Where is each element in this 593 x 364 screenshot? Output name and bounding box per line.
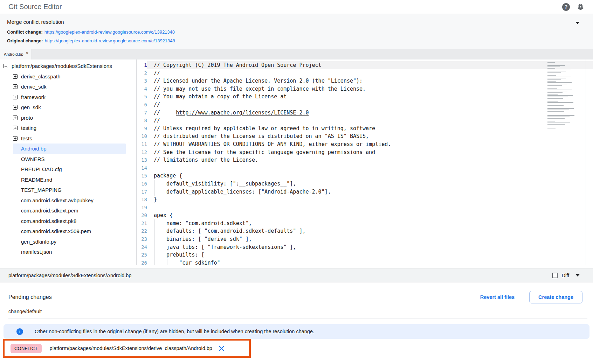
code-line[interactable]: 9// Unless required by applicable law or… bbox=[137, 125, 593, 133]
tree-folder-proto[interactable]: proto bbox=[0, 113, 136, 123]
tree-file-com.android.sdkext.avbpubkey[interactable]: com.android.sdkext.avbpubkey bbox=[13, 195, 126, 206]
line-number: 1 bbox=[137, 61, 147, 69]
tree-folder-framework[interactable]: framework bbox=[0, 92, 136, 103]
tree-item-root[interactable]: platform/packages/modules/SdkExtensions bbox=[0, 61, 136, 71]
code-line[interactable]: 6// bbox=[137, 101, 593, 109]
tree-item-label: PREUPLOAD.cfg bbox=[21, 166, 62, 172]
expand-icon[interactable] bbox=[13, 115, 18, 120]
code-line[interactable]: 7// http://www.apache.org/licenses/LICEN… bbox=[137, 109, 593, 117]
tree-file-com.android.sdkext.pem[interactable]: com.android.sdkext.pem bbox=[13, 205, 126, 216]
expand-icon[interactable] bbox=[13, 136, 18, 141]
info-icon: i bbox=[16, 328, 23, 335]
line-number: 25 bbox=[137, 251, 147, 259]
tree-folder-derive_sdk[interactable]: derive_sdk bbox=[0, 82, 136, 92]
app-header: Git Source Editor ? bbox=[0, 0, 593, 14]
tree-file-PREUPLOAD.cfg[interactable]: PREUPLOAD.cfg bbox=[13, 164, 126, 175]
tree-item-label: derive_classpath bbox=[21, 74, 61, 79]
code-line[interactable]: 19 bbox=[137, 204, 593, 212]
code-text: // WITHOUT WARRANTIES OR CONDITIONS OF A… bbox=[147, 140, 593, 148]
code-line[interactable]: 1// Copyright (C) 2019 The Android Open … bbox=[137, 61, 593, 69]
expand-icon[interactable] bbox=[13, 105, 18, 110]
expand-icon[interactable] bbox=[13, 95, 18, 99]
conflict-change-link[interactable]: https://googleplex-android-review.google… bbox=[44, 29, 175, 35]
code-line[interactable]: 8// bbox=[137, 117, 593, 125]
minimap-line bbox=[547, 82, 572, 83]
code-line[interactable]: 20apex { bbox=[137, 211, 593, 219]
minimap-line bbox=[547, 84, 567, 85]
code-text: package { bbox=[147, 172, 593, 180]
code-line[interactable]: 12// See the License for the specific la… bbox=[137, 148, 593, 156]
minimap-line bbox=[547, 75, 556, 76]
code-line[interactable]: 17 default_applicable_licenses: ["Androi… bbox=[137, 188, 593, 196]
code-line[interactable]: 22 defaults: [ "com.android.sdkext-defau… bbox=[137, 227, 593, 235]
create-change-button[interactable]: Create change bbox=[529, 291, 582, 303]
conflict-close-icon[interactable] bbox=[219, 345, 225, 351]
help-icon[interactable]: ? bbox=[562, 3, 570, 11]
tab-close-icon[interactable]: × bbox=[26, 51, 29, 55]
code-line[interactable]: 21 name: "com.android.sdkext", bbox=[137, 219, 593, 227]
code-line[interactable]: 3// Licensed under the Apache License, V… bbox=[137, 77, 593, 85]
line-number: 9 bbox=[137, 125, 147, 133]
tree-item-label: gen_sdkinfo.py bbox=[21, 239, 56, 245]
minimap-line bbox=[547, 97, 568, 97]
original-change-link[interactable]: https://googleplex-android-review.google… bbox=[45, 38, 175, 43]
code-line[interactable]: 14 bbox=[137, 164, 593, 172]
tree-file-TEST_MAPPING[interactable]: TEST_MAPPING bbox=[13, 185, 126, 195]
code-editor[interactable]: 1// Copyright (C) 2019 The Android Open … bbox=[137, 59, 593, 265]
code-text: binaries: [ "derive_sdk" ], bbox=[147, 235, 593, 243]
code-line[interactable]: 13// limitations under the License. bbox=[137, 156, 593, 164]
line-number: 5 bbox=[137, 93, 147, 101]
line-number: 11 bbox=[137, 140, 147, 148]
expand-icon[interactable] bbox=[13, 84, 18, 89]
minimap-line bbox=[547, 72, 561, 73]
code-text: // limitations under the License. bbox=[147, 156, 593, 164]
code-line[interactable]: 16 default_visibility: [":__subpackages_… bbox=[137, 180, 593, 188]
tree-file-com.android.sdkext.x509.pem[interactable]: com.android.sdkext.x509.pem bbox=[13, 226, 126, 237]
tree-folder-gen_sdk[interactable]: gen_sdk bbox=[0, 102, 136, 113]
diff-caret-icon[interactable] bbox=[575, 274, 580, 276]
editor-scrollbar-track[interactable] bbox=[586, 59, 586, 265]
tree-folder-testing[interactable]: testing bbox=[0, 123, 136, 133]
code-text bbox=[147, 164, 593, 172]
code-text: // http://www.apache.org/licenses/LICENS… bbox=[147, 109, 593, 117]
code-line[interactable]: 25 prebuilts: [ bbox=[137, 251, 593, 259]
code-line[interactable]: 26 "cur_sdkinfo" bbox=[137, 259, 593, 265]
line-number: 17 bbox=[137, 188, 147, 196]
tree-file-com.android.sdkext.pk8[interactable]: com.android.sdkext.pk8 bbox=[13, 216, 126, 226]
tab-android-bp[interactable]: Android.bp × bbox=[0, 49, 32, 59]
line-number: 18 bbox=[137, 196, 147, 204]
expand-icon[interactable] bbox=[13, 126, 18, 130]
collapse-icon[interactable] bbox=[4, 64, 8, 68]
expand-icon[interactable] bbox=[13, 74, 18, 79]
tree-file-gen_sdkinfo.py[interactable]: gen_sdkinfo.py bbox=[13, 237, 126, 247]
tree-file-Android.bp[interactable]: Android.bp bbox=[13, 144, 126, 154]
line-number: 19 bbox=[137, 204, 147, 212]
tree-folder-tests[interactable]: tests bbox=[0, 133, 136, 144]
code-line[interactable]: 11// WITHOUT WARRANTIES OR CONDITIONS OF… bbox=[137, 140, 593, 148]
code-line[interactable]: 18} bbox=[137, 196, 593, 204]
collapse-panel-caret-icon[interactable] bbox=[575, 22, 580, 24]
minimap[interactable] bbox=[547, 61, 576, 130]
header-icons: ? bbox=[562, 3, 585, 11]
indent-guide bbox=[167, 259, 167, 265]
code-line[interactable]: 10// distributed under the License is di… bbox=[137, 132, 593, 140]
code-text: } bbox=[147, 196, 593, 204]
code-line[interactable]: 5// You may obtain a copy of the License… bbox=[137, 93, 593, 101]
tree-item-label: Android.bp bbox=[21, 146, 47, 152]
diff-checkbox[interactable] bbox=[552, 273, 558, 278]
minimap-line bbox=[547, 81, 556, 82]
code-line[interactable]: 23 binaries: [ "derive_sdk" ], bbox=[137, 235, 593, 243]
code-text: // See the License for the specific lang… bbox=[147, 148, 593, 156]
code-text: // Licensed under the Apache License, Ve… bbox=[147, 77, 593, 85]
tree-item-label: TEST_MAPPING bbox=[21, 187, 62, 193]
code-line[interactable]: 24 java_libs: [ "framework-sdkextensions… bbox=[137, 243, 593, 251]
tree-folder-derive_classpath[interactable]: derive_classpath bbox=[0, 71, 136, 82]
code-line[interactable]: 15package { bbox=[137, 172, 593, 180]
tree-file-manifest.json[interactable]: manifest.json bbox=[13, 247, 126, 257]
revert-all-files-button[interactable]: Revert all files bbox=[480, 294, 515, 300]
code-line[interactable]: 2// bbox=[137, 69, 593, 77]
bug-icon[interactable] bbox=[577, 3, 585, 11]
code-line[interactable]: 4// you may not use this file except in … bbox=[137, 85, 593, 93]
tree-file-README.md[interactable]: README.md bbox=[13, 175, 126, 185]
tree-file-OWNERS[interactable]: OWNERS bbox=[13, 154, 126, 164]
